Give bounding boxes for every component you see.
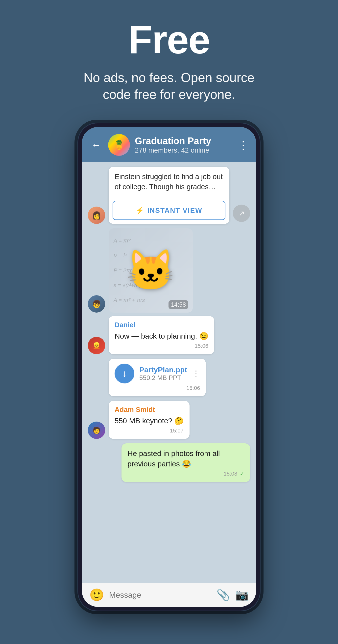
chat-header: ← 🍍 Graduation Party 278 members, 42 onl…	[82, 127, 256, 162]
file-size: 550.2 MB PPT	[139, 374, 187, 382]
message-time: 15:06	[115, 385, 200, 391]
avatar: 👩	[88, 206, 105, 224]
outgoing-bubble: He pasted in photos from all previous pa…	[121, 443, 250, 482]
sender-name: Adam Smidt	[115, 406, 184, 414]
message-row: 👩 Einstein struggled to find a job out o…	[88, 167, 250, 224]
file-row: ↓ PartyPlan.ppt 550.2 MB PPT ⋮	[115, 364, 200, 384]
back-button[interactable]: ←	[89, 140, 103, 150]
attach-button[interactable]: 📎	[217, 588, 230, 602]
bubble-text: 550 MB keynote? 🤔	[115, 416, 184, 426]
lightning-icon: ⚡	[136, 206, 144, 214]
chat-name: Graduation Party	[135, 136, 233, 146]
share-button[interactable]: ↗	[233, 204, 250, 222]
menu-button[interactable]: ⋮	[238, 139, 249, 151]
phone-screen: ← 🍍 Graduation Party 278 members, 42 onl…	[82, 127, 256, 607]
message-bubble: Daniel Now — back to planning. 😉 15:06	[109, 316, 214, 354]
instant-view-button[interactable]: ⚡ INSTANT VIEW	[113, 201, 225, 220]
input-bar: 🙂 📎 📷	[82, 583, 256, 607]
message-row: ↓ PartyPlan.ppt 550.2 MB PPT ⋮ 15:06	[88, 359, 250, 396]
download-button[interactable]: ↓	[115, 364, 134, 384]
message-row: He pasted in photos from all previous pa…	[88, 443, 250, 482]
chat-status: 278 members, 42 online	[135, 146, 233, 154]
phone-wrapper: ← 🍍 Graduation Party 278 members, 42 onl…	[0, 118, 338, 611]
emoji-button[interactable]: 🙂	[89, 588, 104, 602]
hero-subtitle: No ads, no fees. Open sourcecode free fo…	[5, 69, 333, 103]
avatar: 🧑	[88, 422, 105, 439]
message-input[interactable]	[109, 590, 212, 600]
message-time: 15:06	[115, 343, 208, 349]
file-info: PartyPlan.ppt 550.2 MB PPT	[139, 366, 187, 382]
iv-text: Einstein struggled to find a job out of …	[109, 167, 229, 197]
chat-body: 👩 Einstein struggled to find a job out o…	[82, 162, 256, 583]
sticker-time: 14:58	[169, 300, 188, 309]
sticker-message: A = πr² V = l³ P = 2πr s = √(r²+h²) A = …	[109, 228, 193, 312]
chat-avatar: 🍍	[108, 134, 130, 156]
sender-name: Daniel	[115, 321, 208, 329]
chat-info: Graduation Party 278 members, 42 online	[135, 136, 233, 154]
cat-sticker: 🐱	[126, 247, 175, 294]
message-row: 👱 Daniel Now — back to planning. 😉 15:06	[88, 316, 250, 354]
avatar: 👱	[88, 337, 105, 354]
hero-title: Free	[5, 20, 333, 60]
phone-device: ← 🍍 Graduation Party 278 members, 42 onl…	[77, 122, 261, 611]
message-time: 15:08 ✓	[127, 470, 244, 477]
file-name: PartyPlan.ppt	[139, 366, 187, 374]
message-content: Einstein struggled to find a job out of …	[109, 167, 229, 224]
file-bubble: ↓ PartyPlan.ppt 550.2 MB PPT ⋮ 15:06	[109, 359, 206, 396]
time-text: 15:08	[224, 470, 237, 477]
sticker-image: A = πr² V = l³ P = 2πr s = √(r²+h²) A = …	[109, 228, 193, 312]
delivered-icon: ✓	[240, 470, 244, 477]
message-time: 15:07	[115, 428, 184, 434]
file-menu-button[interactable]: ⋮	[192, 369, 200, 378]
avatar: 👦	[88, 295, 105, 312]
iv-button-label: INSTANT VIEW	[147, 206, 202, 214]
hero-section: Free No ads, no fees. Open sourcecode fr…	[0, 0, 338, 118]
instant-view-card: Einstein struggled to find a job out of …	[109, 167, 229, 224]
message-row: 🧑 Adam Smidt 550 MB keynote? 🤔 15:07	[88, 401, 250, 439]
camera-button[interactable]: 📷	[235, 588, 249, 602]
bubble-text: Now — back to planning. 😉	[115, 331, 208, 341]
sticker-row: 👦 A = πr² V = l³ P = 2πr s = √(r²+h²) A …	[88, 228, 250, 312]
message-bubble: Adam Smidt 550 MB keynote? 🤔 15:07	[109, 401, 190, 439]
bubble-text: He pasted in photos from all previous pa…	[127, 448, 244, 469]
